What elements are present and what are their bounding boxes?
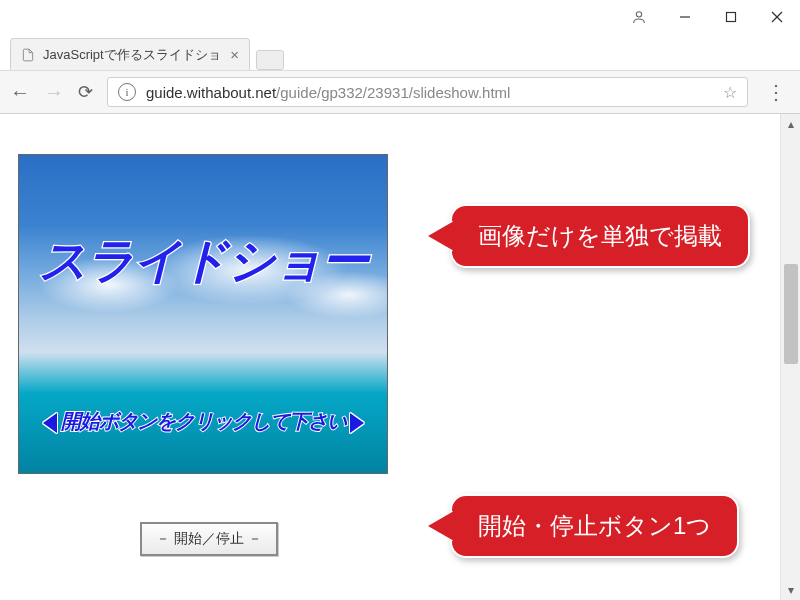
url-text: guide.withabout.net/guide/gp332/23931/sl…: [146, 84, 713, 101]
new-tab-button[interactable]: [256, 50, 284, 70]
slideshow-image: スライドショー 開始ボタンをクリックして下さい: [18, 154, 388, 474]
callout-one-button: 開始・停止ボタン1つ: [450, 494, 739, 558]
scroll-down-button[interactable]: ▾: [781, 580, 800, 600]
page-content: スライドショー 開始ボタンをクリックして下さい － 開始／停止 － 画像だけを単…: [0, 114, 780, 600]
browser-toolbar: ← → ⟳ i guide.withabout.net/guide/gp332/…: [0, 70, 800, 114]
slideshow-title: スライドショー: [19, 229, 387, 293]
back-button[interactable]: ←: [10, 81, 30, 104]
callout-pointer-icon: [428, 511, 454, 541]
svg-point-0: [636, 11, 641, 16]
window-titlebar: [0, 0, 800, 34]
tab-slideshow[interactable]: JavaScriptで作るスライドショ ×: [10, 38, 250, 70]
site-info-icon[interactable]: i: [118, 83, 136, 101]
callout-pointer-icon: [428, 221, 454, 251]
document-icon: [21, 48, 35, 62]
tab-strip: JavaScriptで作るスライドショ ×: [0, 34, 800, 70]
callout-text: 画像だけを単独で掲載: [478, 222, 722, 249]
vertical-scrollbar[interactable]: ▴ ▾: [780, 114, 800, 600]
tab-title: JavaScriptで作るスライドショ: [43, 46, 222, 64]
start-stop-button[interactable]: － 開始／停止 －: [140, 522, 278, 556]
bookmark-star-icon[interactable]: ☆: [723, 83, 737, 102]
maximize-button[interactable]: [708, 0, 754, 34]
svg-rect-2: [727, 12, 736, 21]
callout-text: 開始・停止ボタン1つ: [478, 512, 711, 539]
close-window-button[interactable]: [754, 0, 800, 34]
reload-button[interactable]: ⟳: [78, 81, 93, 103]
minimize-button[interactable]: [662, 0, 708, 34]
forward-button[interactable]: →: [44, 81, 64, 104]
scroll-thumb[interactable]: [784, 264, 798, 364]
browser-menu-button[interactable]: ⋮: [762, 80, 790, 104]
close-tab-icon[interactable]: ×: [230, 46, 239, 63]
address-bar[interactable]: i guide.withabout.net/guide/gp332/23931/…: [107, 77, 748, 107]
scroll-up-button[interactable]: ▴: [781, 114, 800, 134]
callout-image-only: 画像だけを単独で掲載: [450, 204, 750, 268]
user-icon[interactable]: [616, 0, 662, 34]
page-viewport: スライドショー 開始ボタンをクリックして下さい － 開始／停止 － 画像だけを単…: [0, 114, 800, 600]
slideshow-subtitle: 開始ボタンをクリックして下さい: [19, 408, 387, 435]
